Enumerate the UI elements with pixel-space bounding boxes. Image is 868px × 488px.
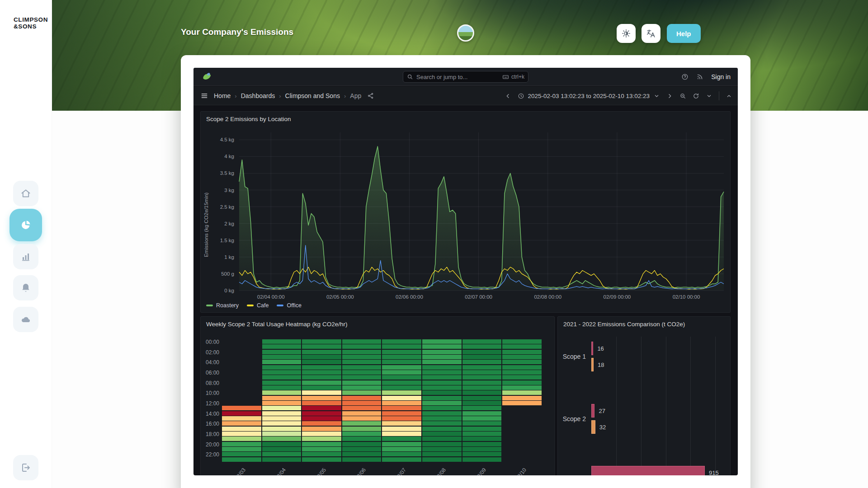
- heatmap-cell: [422, 390, 462, 395]
- heatmap-cell: [302, 339, 341, 344]
- heatmap-cell: [262, 436, 302, 441]
- heatmap-cell: [382, 432, 421, 436]
- sidebar-item-cloud[interactable]: [13, 307, 38, 332]
- heatmap-cell: [502, 390, 542, 395]
- refresh-icon[interactable]: [693, 93, 699, 99]
- bell-icon: [20, 282, 31, 293]
- collapse-chevron-up-icon[interactable]: [726, 93, 732, 99]
- share-icon[interactable]: [367, 92, 374, 99]
- heatmap-cell: [462, 411, 502, 416]
- heatmap-cell: [462, 365, 502, 370]
- legend-item-office[interactable]: Office: [277, 302, 301, 309]
- breadcrumb-item-app[interactable]: App: [350, 92, 361, 99]
- zoom-out-icon[interactable]: [679, 93, 686, 99]
- heatmap-cell: [422, 442, 462, 446]
- chart-legend: RoasteryCafeOffice: [206, 302, 302, 309]
- time-forward-icon[interactable]: [666, 93, 673, 99]
- heatmap-cell: [502, 385, 542, 390]
- heatmap-cell: [222, 427, 261, 431]
- translate-button[interactable]: [642, 24, 660, 43]
- heatmap-plot[interactable]: 00:0002:0004:0006:0008:0010:0012:0014:00…: [201, 317, 554, 475]
- cloud-icon: [20, 314, 31, 325]
- avatar[interactable]: [457, 24, 474, 42]
- bar-chart-plot[interactable]: Scope 11618Scope 22732Scope 3915: [558, 317, 730, 475]
- heatmap-cell: [462, 355, 502, 359]
- bar-value-label: 32: [599, 424, 606, 431]
- x-tick-label: 02/10 00:00: [673, 294, 700, 300]
- search-shortcut: ctrl+k: [502, 74, 524, 80]
- theme-toggle-button[interactable]: [617, 24, 636, 43]
- y-tick-label: 2.5 kg: [220, 204, 234, 210]
- heatmap-cell: [302, 380, 341, 385]
- bar-2022-scope-2: [591, 420, 595, 434]
- heatmap-cell: [382, 355, 421, 359]
- heatmap-cell: [462, 432, 502, 436]
- heatmap-cell: [382, 360, 421, 364]
- breadcrumb-item-climpson-and-sons[interactable]: Climpson and Sons: [285, 92, 340, 99]
- heatmap-cell: [422, 344, 462, 349]
- grafana-topnav: Search or jump to... ctrl+k: [193, 68, 738, 86]
- y-tick-label: 3.5 kg: [220, 170, 234, 176]
- heatmap-cell: [422, 339, 462, 344]
- heatmap-cell: [382, 447, 421, 451]
- heatmap-cell: [262, 421, 302, 426]
- heatmap-cell: [382, 350, 421, 354]
- legend-item-cafe[interactable]: Cafe: [247, 302, 269, 309]
- help-circle-icon[interactable]: [681, 73, 689, 80]
- legend-label: Cafe: [257, 302, 269, 309]
- news-rss-icon[interactable]: [696, 73, 703, 80]
- bar-category-label: Scope 2: [558, 415, 586, 422]
- heatmap-cell: [462, 447, 502, 451]
- sidebar-item-home[interactable]: [13, 181, 38, 206]
- heatmap-cell: [422, 421, 462, 426]
- time-series-plot[interactable]: 0 kg500 g1 kg1.5 kg2 kg2.5 kg3 kg3.5 kg4…: [201, 112, 731, 313]
- search-input[interactable]: Search or jump to... ctrl+k: [403, 71, 528, 83]
- menu-hamburger-icon[interactable]: [201, 92, 208, 99]
- heatmap-cell: [502, 360, 542, 364]
- heatmap-cell: [382, 436, 421, 441]
- grafana-embed: Search or jump to... ctrl+k: [193, 68, 738, 475]
- sidebar-signout-button[interactable]: [13, 455, 38, 480]
- sidebar-item-reports[interactable]: [13, 244, 38, 269]
- heatmap-cell: [342, 370, 382, 375]
- bar-value-label: 27: [599, 408, 605, 414]
- y-tick-label: 1.5 kg: [220, 238, 234, 243]
- heatmap-cell: [222, 416, 261, 421]
- heatmap-cell: [342, 416, 382, 421]
- heatmap-cell: [382, 390, 421, 395]
- heatmap-cell: [302, 411, 341, 416]
- refresh-interval-chevron-icon[interactable]: [706, 93, 712, 99]
- time-back-icon[interactable]: [505, 93, 511, 99]
- sidebar-item-analytics[interactable]: [9, 209, 42, 241]
- panel-usage-heatmap: Weekly Scope 2 Total Usage Heatmap (kg C…: [200, 316, 555, 475]
- y-tick-label: 2 kg: [224, 221, 234, 226]
- heatmap-cell: [382, 396, 421, 400]
- heatmap-cell: [262, 427, 302, 431]
- translate-icon: [646, 28, 656, 38]
- heatmap-cell: [422, 370, 462, 375]
- y-tick-label: 1 kg: [224, 254, 234, 260]
- sidebar-item-alerts[interactable]: [13, 275, 38, 300]
- company-logo: CLIMPSON &SONS: [14, 16, 48, 30]
- heatmap-cell: [422, 432, 462, 436]
- y-tick-label: 500 g: [221, 271, 234, 277]
- sign-in-link[interactable]: Sign in: [711, 73, 731, 80]
- grafana-logo-icon[interactable]: [202, 71, 212, 82]
- heatmap-row-label: 06:00: [201, 370, 219, 376]
- breadcrumb-item-dashboards[interactable]: Dashboards: [241, 92, 275, 99]
- heatmap-cell: [462, 421, 502, 426]
- heatmap-row-label: 14:00: [201, 411, 219, 417]
- heatmap-cell: [262, 432, 302, 436]
- heatmap-cell: [462, 457, 502, 462]
- heatmap-x-label: Sun 02/09: [452, 467, 487, 475]
- heatmap-cell: [262, 339, 302, 344]
- time-range-text: 2025-02-03 13:02:23 to 2025-02-10 13:02:…: [528, 93, 650, 99]
- breadcrumb-item-home[interactable]: Home: [214, 92, 231, 99]
- heatmap-cell: [342, 452, 382, 456]
- time-range-picker[interactable]: 2025-02-03 13:02:23 to 2025-02-10 13:02:…: [518, 93, 660, 99]
- y-tick-label: 4.5 kg: [220, 137, 234, 142]
- heatmap-cell: [422, 457, 462, 462]
- legend-item-roastery[interactable]: Roastery: [206, 302, 239, 309]
- heatmap-cell: [222, 406, 261, 410]
- help-button[interactable]: Help: [667, 24, 701, 43]
